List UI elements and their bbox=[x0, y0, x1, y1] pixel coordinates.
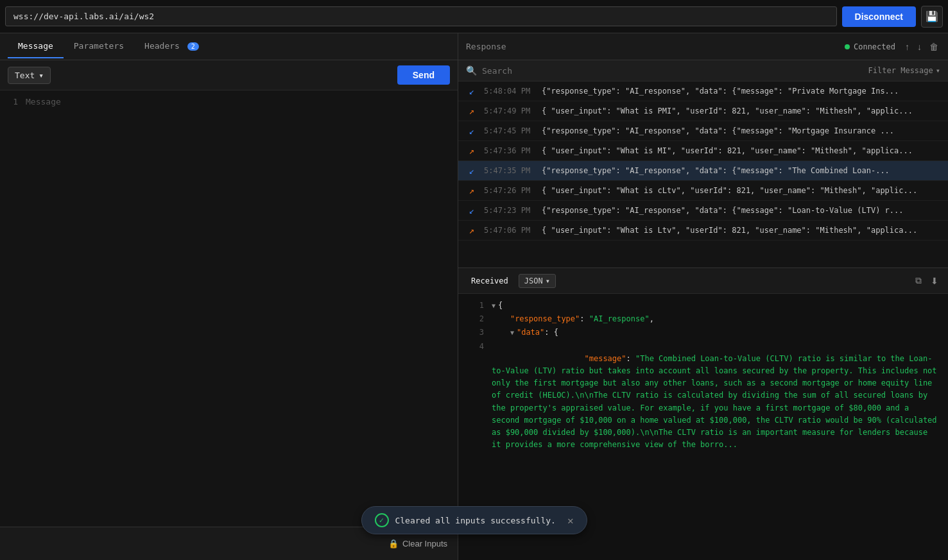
right-panel: Response Connected ↑ ↓ 🗑 🔍 Filter Messag… bbox=[458, 33, 948, 560]
message-row[interactable]: ↗5:47:26 PM{ "user_input": "What is cLtv… bbox=[458, 181, 948, 201]
tab-parameters-label: Parameters bbox=[74, 41, 124, 51]
json-line-4: 4 "message": "The Combined Loan-to-Value… bbox=[458, 340, 948, 464]
filter-message-dropdown[interactable]: Filter Message ▾ bbox=[868, 66, 940, 75]
clear-inputs-button[interactable]: 🔒 Clear Inputs bbox=[388, 539, 447, 548]
message-time: 5:48:04 PM bbox=[484, 87, 535, 96]
message-content: {"response_type": "AI_response", "data":… bbox=[542, 206, 940, 215]
message-time: 5:47:06 PM bbox=[484, 226, 535, 235]
url-bar: Disconnect 💾 bbox=[0, 0, 948, 33]
main-layout: Message Parameters Headers 2 Text ▾ Send… bbox=[0, 33, 948, 560]
tab-message[interactable]: Message bbox=[8, 35, 64, 58]
message-area: Text ▾ Send 1 Message bbox=[0, 60, 458, 527]
chevron-down-icon: ▾ bbox=[39, 71, 44, 80]
scroll-up-button[interactable]: ↑ bbox=[903, 40, 911, 54]
headers-badge: 2 bbox=[187, 42, 199, 51]
message-time: 5:47:26 PM bbox=[484, 186, 535, 195]
message-row[interactable]: ↙5:47:23 PM{"response_type": "AI_respons… bbox=[458, 201, 948, 221]
json-line-3: 3 ▼"data": { bbox=[458, 326, 948, 339]
arrow-out-icon: ↗ bbox=[466, 145, 478, 157]
message-time: 5:47:45 PM bbox=[484, 126, 535, 135]
toast-check-icon: ✓ bbox=[374, 513, 388, 527]
message-row[interactable]: ↗5:47:06 PM{ "user_input": "What is Ltv"… bbox=[458, 221, 948, 241]
line-number-1: 1 bbox=[8, 97, 18, 520]
response-header: Response Connected ↑ ↓ 🗑 bbox=[458, 33, 948, 60]
arrow-out-icon: ↗ bbox=[466, 105, 478, 117]
message-input-placeholder[interactable]: Message bbox=[26, 97, 61, 520]
message-content: {"response_type": "AI_response", "data":… bbox=[542, 126, 940, 135]
floppy-disk-icon: 💾 bbox=[926, 10, 938, 22]
response-actions: ↑ ↓ 🗑 bbox=[903, 40, 940, 54]
delete-button[interactable]: 🗑 bbox=[927, 40, 940, 54]
viewer-actions: ⧉ ⬇ bbox=[913, 273, 940, 288]
message-row[interactable]: ↙5:47:45 PM{"response_type": "AI_respons… bbox=[458, 121, 948, 141]
json-line-2: 2 "response_type": "AI_response", bbox=[458, 312, 948, 326]
text-type-label: Text bbox=[15, 71, 35, 80]
copy-button[interactable]: ⧉ bbox=[913, 273, 924, 288]
save-icon-button[interactable]: 💾 bbox=[921, 6, 943, 28]
left-panel: Message Parameters Headers 2 Text ▾ Send… bbox=[0, 33, 458, 560]
response-title: Response bbox=[466, 42, 845, 51]
text-type-dropdown[interactable]: Text ▾ bbox=[8, 67, 51, 84]
message-row[interactable]: ↙5:48:04 PM{"response_type": "AI_respons… bbox=[458, 81, 948, 101]
toast-notification: ✓ Cleared all inputs successfully. ✕ bbox=[361, 506, 587, 534]
arrow-in-icon: ↙ bbox=[466, 165, 478, 176]
message-toolbar: Text ▾ Send bbox=[0, 60, 458, 90]
code-editor-area: 1 Message bbox=[0, 90, 458, 527]
message-content: {"response_type": "AI_response", "data":… bbox=[542, 87, 940, 96]
message-time: 5:47:49 PM bbox=[484, 106, 535, 115]
message-content: { "user_input": "What is MI", "userId": … bbox=[542, 146, 940, 155]
clear-inputs-label: Clear Inputs bbox=[402, 539, 447, 548]
search-icon: 🔍 bbox=[466, 65, 477, 76]
scroll-down-button[interactable]: ↓ bbox=[915, 40, 924, 54]
arrow-in-icon: ↙ bbox=[466, 205, 478, 216]
messages-list: ↙5:48:04 PM{"response_type": "AI_respons… bbox=[458, 81, 948, 267]
message-content: {"response_type": "AI_response", "data":… bbox=[542, 166, 940, 175]
toast-close-button[interactable]: ✕ bbox=[567, 514, 574, 527]
disconnect-button[interactable]: Disconnect bbox=[842, 6, 916, 27]
message-content: { "user_input": "What is Ltv", "userId":… bbox=[542, 226, 940, 235]
message-time: 5:47:23 PM bbox=[484, 206, 535, 215]
arrow-out-icon: ↗ bbox=[466, 225, 478, 236]
search-bar: 🔍 Filter Message ▾ bbox=[458, 60, 948, 81]
arrow-in-icon: ↙ bbox=[466, 125, 478, 137]
filter-chevron-icon: ▾ bbox=[936, 66, 940, 75]
download-button[interactable]: ⬇ bbox=[929, 273, 940, 288]
toast-message: Cleared all inputs successfully. bbox=[395, 516, 555, 525]
arrow-in-icon: ↙ bbox=[466, 85, 478, 97]
arrow-out-icon: ↗ bbox=[466, 185, 478, 196]
json-line-1: 1 ▼{ bbox=[458, 299, 948, 312]
format-label: JSON bbox=[524, 276, 543, 285]
format-chevron-icon: ▾ bbox=[546, 276, 550, 285]
url-input[interactable] bbox=[5, 6, 837, 26]
message-row[interactable]: ↗5:47:49 PM{ "user_input": "What is PMI"… bbox=[458, 101, 948, 121]
collapse-icon-1[interactable]: ▼ bbox=[492, 302, 496, 309]
message-content: { "user_input": "What is cLtv", "userId"… bbox=[542, 186, 940, 195]
collapse-icon-3[interactable]: ▼ bbox=[510, 329, 514, 336]
viewer-toolbar: Received JSON ▾ ⧉ ⬇ bbox=[458, 268, 948, 294]
message-time: 5:47:36 PM bbox=[484, 146, 535, 155]
lock-icon: 🔒 bbox=[388, 539, 399, 548]
connected-label: Connected bbox=[854, 42, 895, 51]
tab-parameters[interactable]: Parameters bbox=[64, 35, 134, 58]
connected-indicator: Connected bbox=[845, 42, 895, 51]
connected-dot bbox=[845, 44, 850, 49]
message-row[interactable]: ↗5:47:36 PM{ "user_input": "What is MI",… bbox=[458, 141, 948, 161]
tab-headers-label: Headers bbox=[144, 41, 180, 51]
format-dropdown[interactable]: JSON ▾ bbox=[519, 274, 556, 288]
send-button[interactable]: Send bbox=[397, 65, 450, 85]
message-row[interactable]: ↙5:47:35 PM{"response_type": "AI_respons… bbox=[458, 161, 948, 181]
filter-message-label: Filter Message bbox=[868, 66, 933, 75]
message-content: { "user_input": "What is PMI", "userId":… bbox=[542, 106, 940, 115]
search-input[interactable] bbox=[482, 66, 863, 76]
message-time: 5:47:35 PM bbox=[484, 166, 535, 175]
tab-bar: Message Parameters Headers 2 bbox=[0, 33, 458, 60]
tab-headers[interactable]: Headers 2 bbox=[134, 35, 209, 58]
viewer-tab-received[interactable]: Received bbox=[466, 274, 513, 288]
tab-message-label: Message bbox=[18, 41, 53, 51]
